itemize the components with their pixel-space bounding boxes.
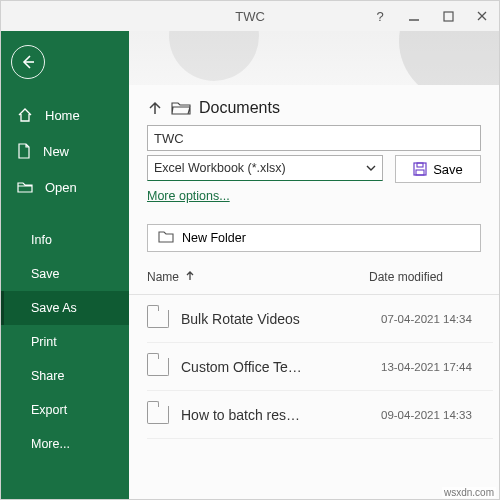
location-label: Documents	[199, 99, 280, 117]
folder-icon	[147, 406, 169, 424]
close-button[interactable]	[465, 1, 499, 31]
list-item[interactable]: Custom Office Te… 13-04-2021 17:44	[147, 343, 493, 391]
sidebar-item-more[interactable]: More...	[1, 427, 129, 461]
home-icon	[17, 107, 33, 123]
file-name: How to batch res…	[181, 407, 369, 423]
new-folder-button[interactable]: New Folder	[147, 224, 481, 252]
window-title: TWC	[235, 9, 265, 24]
save-button[interactable]: Save	[395, 155, 481, 183]
file-date: 13-04-2021 17:44	[381, 361, 493, 373]
decorative-header	[129, 31, 499, 85]
file-list: Bulk Rotate Videos 07-04-2021 14:34 Cust…	[129, 295, 499, 499]
svg-rect-7	[416, 170, 424, 175]
save-icon	[413, 162, 427, 176]
sidebar-label: Save	[31, 267, 60, 281]
sidebar-item-print[interactable]: Print	[1, 325, 129, 359]
sidebar-label: Export	[31, 403, 67, 417]
save-button-label: Save	[433, 162, 463, 177]
watermark: wsxdn.com	[442, 487, 496, 498]
sidebar-label: Info	[31, 233, 52, 247]
sidebar-label: More...	[31, 437, 70, 451]
new-folder-label: New Folder	[182, 231, 246, 245]
sidebar-label: Open	[45, 180, 77, 195]
sidebar-label: New	[43, 144, 69, 159]
list-header: Name Date modified	[129, 270, 499, 284]
sidebar-label: Share	[31, 369, 64, 383]
sidebar-item-new[interactable]: New	[1, 133, 129, 169]
folder-plus-icon	[158, 230, 174, 246]
file-date: 07-04-2021 14:34	[381, 313, 493, 325]
list-item[interactable]: How to batch res… 09-04-2021 14:33	[147, 391, 493, 439]
maximize-button[interactable]	[431, 1, 465, 31]
svg-rect-6	[417, 163, 423, 167]
file-name: Bulk Rotate Videos	[181, 311, 369, 327]
filetype-select[interactable]: Excel Workbook (*.xlsx)	[147, 155, 383, 181]
column-date[interactable]: Date modified	[369, 270, 481, 284]
file-name: Custom Office Te…	[181, 359, 369, 375]
sidebar-item-info[interactable]: Info	[1, 223, 129, 257]
folder-open-icon	[171, 100, 191, 116]
open-icon	[17, 180, 33, 194]
back-button[interactable]	[11, 45, 45, 79]
svg-rect-1	[444, 12, 453, 21]
backstage-sidebar: Home New Open Info Save Save As Print Sh…	[1, 31, 129, 499]
list-item[interactable]: Bulk Rotate Videos 07-04-2021 14:34	[147, 295, 493, 343]
help-button[interactable]: ?	[363, 1, 397, 31]
column-name[interactable]: Name	[147, 270, 369, 284]
new-icon	[17, 143, 31, 159]
up-arrow-icon[interactable]	[147, 100, 163, 116]
folder-icon	[147, 358, 169, 376]
folder-icon	[147, 310, 169, 328]
sort-asc-icon	[185, 270, 195, 284]
sidebar-item-home[interactable]: Home	[1, 97, 129, 133]
sidebar-item-share[interactable]: Share	[1, 359, 129, 393]
sidebar-label: Home	[45, 108, 80, 123]
sidebar-item-save[interactable]: Save	[1, 257, 129, 291]
more-options-link[interactable]: More options...	[147, 189, 230, 203]
file-date: 09-04-2021 14:33	[381, 409, 493, 421]
minimize-button[interactable]	[397, 1, 431, 31]
titlebar: TWC ?	[1, 1, 499, 31]
sidebar-item-export[interactable]: Export	[1, 393, 129, 427]
sidebar-label: Print	[31, 335, 57, 349]
sidebar-item-open[interactable]: Open	[1, 169, 129, 205]
sidebar-item-save-as[interactable]: Save As	[1, 291, 129, 325]
filename-input[interactable]	[147, 125, 481, 151]
sidebar-label: Save As	[31, 301, 77, 315]
save-as-panel: Documents Excel Workbook (*.xlsx) Save	[129, 31, 499, 499]
